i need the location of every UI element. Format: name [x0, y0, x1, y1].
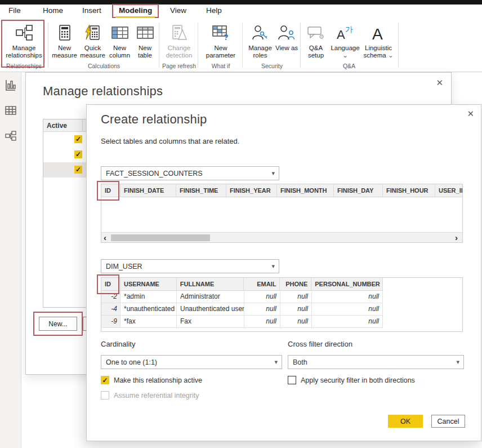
caret-down-icon: ▾ [456, 358, 459, 366]
quick-measure-icon [84, 21, 101, 45]
ribbon-group-security: Manage roles View as Security [244, 18, 300, 71]
tab-home[interactable]: Home [43, 6, 63, 15]
cell-email: null [244, 291, 280, 303]
button-label: New parameter [201, 45, 240, 59]
column-header[interactable]: ID [101, 278, 120, 290]
column-header[interactable]: PHONE [280, 278, 311, 290]
ribbon-tabbar: File Home Insert Modeling View Help [0, 5, 482, 18]
new-parameter-icon: ? [212, 21, 230, 45]
manage-roles-icon [252, 21, 269, 45]
scrollbar-thumb[interactable] [111, 234, 210, 241]
language-button[interactable]: A 가 Language ⌄ [329, 21, 361, 59]
make-active-checkbox-row[interactable]: ✓ Make this relationship active [101, 376, 202, 384]
fact-table-preview: ID FINISH_DATE FINISH_TIME FINISH_YEAR F… [101, 184, 463, 243]
table1-select[interactable]: FACT_SESSION_COUNTERS ▾ [101, 166, 279, 180]
new-column-button[interactable]: New column [107, 21, 133, 59]
linguistic-schema-icon: A [370, 21, 387, 45]
report-view-icon[interactable] [5, 79, 17, 91]
chevron-down-icon: ⌄ [342, 52, 348, 59]
manage-relationships-button[interactable]: Manage relationships [1, 21, 47, 59]
cell-personal-number: null [312, 303, 383, 315]
chevron-down-icon: ⌄ [388, 52, 394, 59]
cardinality-select[interactable]: One to one (1:1) ▾ [101, 355, 282, 369]
cross-filter-select[interactable]: Both ▾ [288, 355, 464, 369]
view-as-button[interactable]: View as [275, 21, 298, 52]
button-label: Language ⌄ [331, 45, 359, 59]
close-icon[interactable]: ✕ [436, 78, 443, 87]
tab-file[interactable]: File [8, 6, 21, 15]
table-row[interactable]: -9 *fax Fax null null null [101, 316, 383, 328]
tab-help[interactable]: Help [206, 6, 222, 15]
caret-down-icon: ▾ [274, 358, 278, 366]
window-titlebar [0, 0, 482, 5]
data-view-icon[interactable] [5, 104, 17, 117]
create-dialog-subtitle: Select tables and columns that are relat… [101, 137, 239, 145]
security-filter-checkbox[interactable] [288, 376, 296, 384]
security-filter-checkbox-row[interactable]: Apply security filter in both directions [288, 376, 415, 384]
button-label: Linguistic schema ⌄ [361, 45, 396, 59]
cell-id: -4 [101, 303, 120, 315]
column-header[interactable]: FULLNAME [177, 278, 244, 290]
cell-personal-number: null [312, 316, 383, 327]
language-icon: A 가 [336, 21, 355, 45]
active-checkbox[interactable]: ✓ [74, 135, 82, 143]
column-header[interactable]: FINISH_TIME [176, 184, 226, 197]
scroll-left-icon[interactable]: ‹ [104, 233, 106, 243]
quick-measure-button[interactable]: Quick measure [79, 21, 107, 59]
manage-roles-button[interactable]: Manage roles [246, 21, 275, 59]
new-measure-button[interactable]: New measure [51, 21, 79, 59]
column-header[interactable]: USERNAME [120, 278, 177, 290]
group-label: Relationships [0, 63, 48, 69]
button-label: View as [275, 45, 298, 52]
horizontal-scrollbar[interactable]: ‹ › [101, 232, 462, 242]
make-active-checkbox[interactable]: ✓ [101, 376, 109, 384]
svg-text:가: 가 [345, 25, 353, 34]
table-row[interactable]: -2 *admin Administrator null null null [101, 291, 383, 303]
qa-setup-button[interactable]: ⚙ Q&A setup [302, 21, 329, 59]
close-icon[interactable]: ✕ [467, 109, 474, 118]
change-detection-button: Change detection [162, 21, 197, 59]
new-table-button[interactable]: New table [133, 21, 158, 59]
new-measure-icon [57, 21, 72, 45]
ok-button[interactable]: OK [388, 415, 423, 428]
svg-text:A: A [372, 25, 383, 41]
column-header[interactable]: PERSONAL_NUMBER [311, 278, 382, 290]
table-row[interactable]: -4 *unauthenticated Unauthenticated user… [101, 303, 383, 316]
tab-insert[interactable]: Insert [82, 6, 101, 15]
caret-down-icon: ▾ [271, 263, 275, 270]
active-checkbox[interactable]: ✓ [74, 150, 82, 158]
cardinality-label: Cardinality [101, 340, 135, 348]
caret-down-icon: ▾ [271, 170, 275, 177]
table1-selected-value: FACT_SESSION_COUNTERS [106, 170, 203, 178]
scroll-right-icon[interactable]: › [455, 233, 458, 243]
button-label: New column [107, 45, 133, 59]
cell-phone: null [280, 316, 312, 327]
group-label: Security [244, 63, 300, 69]
model-view-icon[interactable] [5, 130, 17, 142]
new-parameter-button[interactable]: ? New parameter [201, 21, 240, 59]
column-header[interactable]: FINISH_DATE [120, 184, 176, 197]
table2-select[interactable]: DIM_USER ▾ [101, 259, 279, 273]
manage-relationships-icon [15, 21, 34, 45]
new-relationship-button[interactable]: New... [39, 317, 77, 331]
cancel-button[interactable]: Cancel [431, 415, 465, 428]
column-header[interactable]: USER_ID [435, 184, 462, 197]
active-column-header: Active [43, 119, 83, 131]
cell-username: *admin [120, 291, 177, 303]
cross-filter-label: Cross filter direction [288, 340, 352, 348]
security-filter-label: Apply security filter in both directions [301, 376, 415, 384]
column-header[interactable]: FINISH_YEAR [226, 184, 277, 197]
column-header[interactable]: EMAIL [244, 278, 280, 290]
group-separator [159, 23, 159, 68]
svg-text:A: A [337, 28, 345, 41]
cell-id: -2 [101, 291, 120, 303]
active-checkbox[interactable]: ✓ [74, 166, 82, 174]
column-header[interactable]: FINISH_HOUR [383, 184, 435, 197]
tab-view[interactable]: View [170, 6, 186, 15]
cell-email: null [244, 316, 280, 327]
column-header[interactable]: FINISH_MONTH [277, 184, 334, 197]
linguistic-schema-button[interactable]: A Linguistic schema ⌄ [361, 21, 396, 59]
cardinality-value: One to one (1:1) [106, 358, 157, 366]
column-header[interactable]: FINISH_DAY [334, 184, 383, 197]
column-header[interactable]: ID [101, 184, 120, 197]
